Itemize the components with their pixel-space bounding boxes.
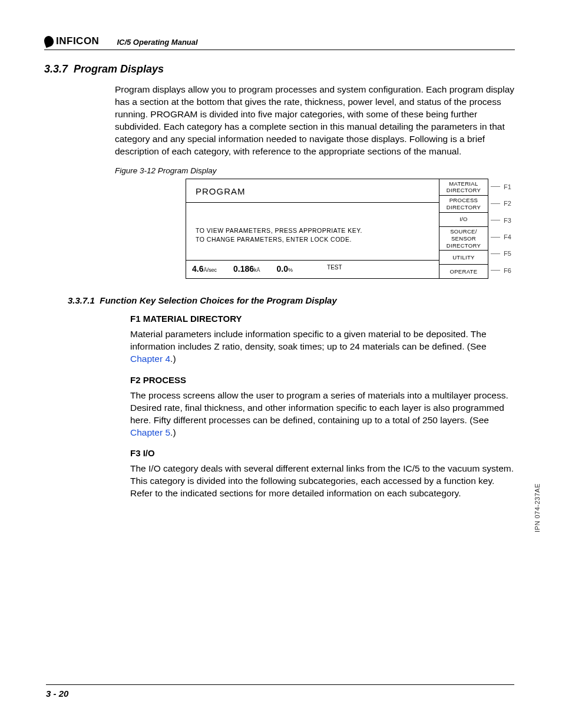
f1-heading: F1 MATERIAL DIRECTORY [130, 314, 515, 324]
f2-heading: F2 PROCESS [130, 375, 515, 385]
subsection-title: Function Key Selection Choices for the P… [100, 295, 337, 305]
f2-body: The process screens allow the user to pr… [130, 390, 515, 439]
f1-body: Material parameters include information … [130, 328, 515, 365]
screen-instructions: TO VIEW PARAMETERS, PRESS APPROPRIATE KE… [186, 203, 439, 261]
fkey-f5[interactable]: UTILITY [439, 251, 488, 265]
figure-caption: Figure 3-12 Program Display [115, 166, 515, 175]
f3-heading: F3 I/O [130, 448, 515, 458]
mode-label: TEST [327, 264, 342, 271]
page-number: 3 - 20 [46, 684, 514, 699]
section-title: Program Displays [74, 63, 164, 75]
subsection-number: 3.3.7.1 [68, 295, 95, 305]
fkey-column: MATERIAL DIRECTORY PROCESS DIRECTORY I/O… [439, 179, 488, 279]
doc-title: IC/5 Operating Manual [117, 38, 197, 47]
fkey-tag-f2: F2 [488, 195, 515, 212]
instruction-line-2: TO CHANGE PARAMETERS, ENTER LOCK CODE. [196, 235, 429, 245]
chapter-4-link[interactable]: Chapter 4 [130, 354, 170, 364]
power-readout: 0.0% [277, 264, 293, 274]
fkey-tag-f1: F1 [488, 179, 515, 195]
fkey-tag-f5: F5 [488, 245, 515, 262]
ipn-label: IPN 074-237AE [534, 483, 541, 532]
brand-logo: INFICON [44, 35, 99, 47]
section-intro: Program displays allow you to program pr… [115, 84, 515, 158]
section-number: 3.3.7 [44, 63, 68, 75]
brand-icon [42, 35, 55, 48]
fkey-f2[interactable]: PROCESS DIRECTORY [439, 196, 488, 213]
fkey-f1[interactable]: MATERIAL DIRECTORY [439, 179, 488, 196]
rate-readout: 4.6Å/sec [192, 264, 217, 274]
chapter-5-link[interactable]: Chapter 5 [130, 427, 170, 437]
fkey-tag-f3: F3 [488, 212, 515, 228]
instruction-line-1: TO VIEW PARAMETERS, PRESS APPROPRIATE KE… [196, 226, 429, 236]
status-bar: 4.6Å/sec 0.186kÅ 0.0% TEST [186, 260, 439, 278]
fkey-tag-f4: F4 [488, 229, 515, 245]
fkey-f3[interactable]: I/O [439, 213, 488, 227]
fkey-f4[interactable]: SOURCE/ SENSOR DIRECTORY [439, 227, 488, 251]
program-display-figure: PROGRAM TO VIEW PARAMETERS, PRESS APPROP… [186, 179, 488, 279]
fkey-f6[interactable]: OPERATE [439, 265, 488, 278]
thickness-readout: 0.186kÅ [233, 264, 260, 274]
screen-title: PROGRAM [186, 179, 439, 202]
brand-text: INFICON [56, 35, 99, 47]
fkey-tags: F1 F2 F3 F4 F5 F6 [488, 179, 515, 279]
fkey-tag-f6: F6 [488, 262, 515, 279]
section-heading: 3.3.7 Program Displays [44, 63, 515, 75]
page-header: INFICON IC/5 Operating Manual [44, 35, 515, 50]
f3-body: The I/O category deals with several diff… [130, 463, 515, 500]
subsection-heading: 3.3.7.1 Function Key Selection Choices f… [68, 295, 515, 305]
